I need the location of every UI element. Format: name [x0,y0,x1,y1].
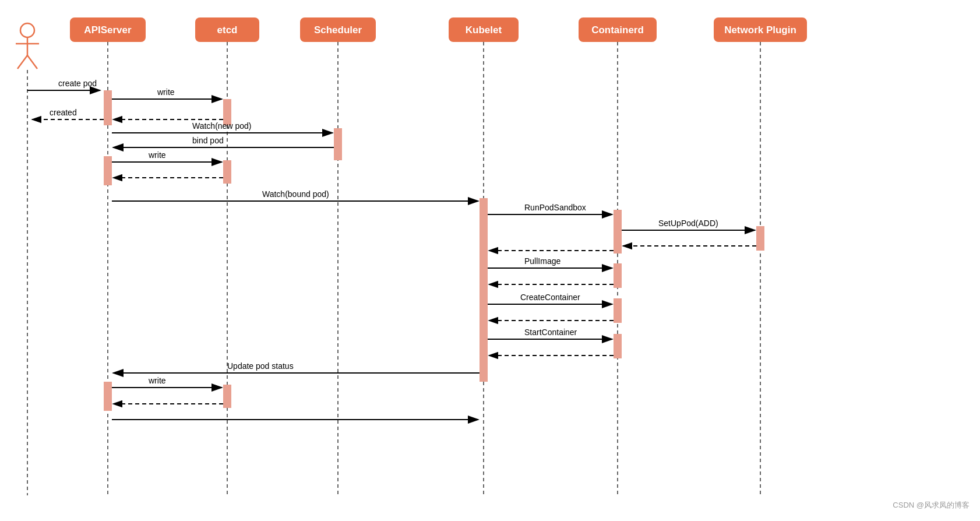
msg-watch-bound-pod-label: Watch(bound pod) [262,189,329,199]
activation-etcd-3 [223,385,231,408]
activation-apiserver-1 [104,90,112,125]
activation-scheduler-1 [334,128,342,160]
activation-containerd-2 [614,263,622,288]
msg-bind-pod-label: bind pod [192,136,224,145]
activation-kubelet-1 [480,198,488,382]
msg-createcontainer-label: CreateContainer [520,293,580,302]
activation-apiserver-2 [104,156,112,185]
msg-created-label: created [50,108,77,117]
activation-containerd-3 [614,298,622,323]
activation-apiserver-3 [104,382,112,411]
msg-startcontainer-label: StartContainer [524,328,577,337]
svg-line-6 [17,55,27,69]
actor-kubelet-label: Kubelet [466,24,502,36]
activation-containerd-1 [614,210,622,254]
msg-write-1-label: write [157,87,175,97]
msg-setuppod-label: SetUpPod(ADD) [658,219,718,228]
svg-line-7 [27,55,37,69]
activation-containerd-4 [614,334,622,358]
actor-containerd-label: Containerd [591,24,644,36]
msg-runpodsandbox-label: RunPodSandbox [524,203,586,212]
actor-apiserver-label: APIServer [84,24,132,36]
msg-write-2-label: write [148,150,166,160]
activation-networkplugin-1 [756,226,764,251]
actor-networkplugin-label: Network Plugin [724,24,796,36]
svg-point-3 [20,23,34,37]
actor-etcd-label: etcd [217,24,238,36]
diagram-container: APIServer etcd Scheduler Kubelet Contain… [0,0,980,521]
msg-pullimage-label: PullImage [524,256,560,266]
msg-create-pod-label: create pod [58,79,97,88]
sequence-diagram: APIServer etcd Scheduler Kubelet Contain… [0,0,980,521]
msg-watch-new-pod-label: Watch(new pod) [192,121,251,131]
msg-write-3-label: write [148,376,166,385]
msg-update-pod-status-label: Update pod status [227,361,294,371]
activation-etcd-2 [223,160,231,184]
watermark: CSDN @风求凤的博客 [893,500,970,511]
actor-scheduler-label: Scheduler [314,24,362,36]
